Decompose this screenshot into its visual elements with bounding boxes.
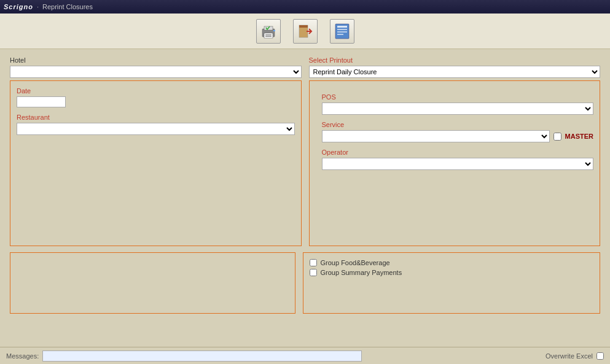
operator-label: Operator: [322, 149, 594, 156]
printout-section: Select Printout Reprint Daily Closure: [309, 56, 601, 78]
pos-label: POS: [322, 93, 594, 101]
operator-field-row: Operator: [322, 149, 594, 170]
bottom-panels: Group Food&Beverage Group Summary Paymen…: [10, 252, 600, 314]
status-bar: Messages: Overwrite Excel: [0, 347, 610, 364]
header-row: Hotel Select Printout Reprint Daily Clos…: [10, 56, 600, 78]
overwrite-checkbox[interactable]: [596, 352, 604, 360]
service-field-row: Service MASTER: [322, 121, 594, 142]
service-row: MASTER: [322, 130, 594, 142]
bottom-right-panel: Group Food&Beverage Group Summary Paymen…: [303, 252, 601, 314]
restaurant-label: Restaurant: [17, 114, 295, 121]
svg-rect-7: [299, 25, 308, 28]
date-input[interactable]: [17, 96, 66, 107]
print-button[interactable]: [256, 19, 281, 44]
group-summary-label: Group Summary Payments: [321, 269, 402, 276]
svg-rect-9: [337, 26, 347, 28]
svg-rect-10: [337, 29, 347, 30]
status-right: Overwrite Excel: [545, 352, 604, 360]
svg-rect-12: [337, 34, 343, 35]
printout-label: Select Printout: [309, 56, 601, 64]
group-summary-checkbox[interactable]: [310, 269, 317, 276]
title-separator: ·: [37, 3, 39, 10]
top-right-panel: POS Service MASTER Op: [309, 80, 601, 246]
master-checkbox[interactable]: [553, 133, 561, 141]
toolbar: [0, 14, 610, 49]
exit-button[interactable]: [293, 19, 318, 44]
messages-label: Messages:: [6, 352, 39, 360]
hotel-section: Hotel: [10, 56, 302, 78]
bottom-left-panel: [10, 252, 295, 314]
window-title: Reprint Closures: [42, 3, 93, 10]
group-food-label: Group Food&Beverage: [321, 259, 390, 266]
svg-rect-5: [273, 30, 275, 31]
top-panels: Date Restaurant POS Service: [10, 80, 600, 246]
svg-rect-4: [265, 36, 272, 37]
pos-dropdown[interactable]: [322, 103, 594, 115]
printout-dropdown[interactable]: Reprint Daily Closure: [309, 66, 601, 78]
overwrite-label: Overwrite Excel: [545, 352, 593, 360]
restaurant-field-row: Restaurant: [17, 114, 295, 135]
pos-field-row: POS: [322, 93, 594, 115]
hotel-label: Hotel: [10, 56, 302, 64]
svg-rect-2: [264, 33, 273, 38]
app-logo: Scrigno: [4, 3, 33, 10]
svg-rect-11: [337, 31, 347, 33]
service-dropdown[interactable]: [322, 130, 550, 142]
hotel-dropdown[interactable]: [10, 66, 302, 78]
date-label: Date: [17, 87, 295, 95]
report-button[interactable]: [330, 19, 354, 44]
service-label: Service: [322, 121, 594, 128]
date-field-row: Date: [17, 87, 295, 107]
messages-input[interactable]: [42, 350, 362, 362]
main-content: Hotel Select Printout Reprint Daily Clos…: [0, 49, 610, 347]
group-food-checkbox[interactable]: [310, 259, 317, 266]
operator-dropdown[interactable]: [322, 158, 594, 170]
svg-rect-3: [265, 34, 272, 36]
master-label: MASTER: [565, 133, 593, 140]
title-bar: Scrigno · Reprint Closures: [0, 0, 610, 14]
top-left-panel: Date Restaurant: [10, 80, 302, 246]
group-food-row: Group Food&Beverage: [310, 259, 594, 266]
restaurant-dropdown[interactable]: [17, 123, 295, 135]
group-summary-row: Group Summary Payments: [310, 269, 594, 276]
